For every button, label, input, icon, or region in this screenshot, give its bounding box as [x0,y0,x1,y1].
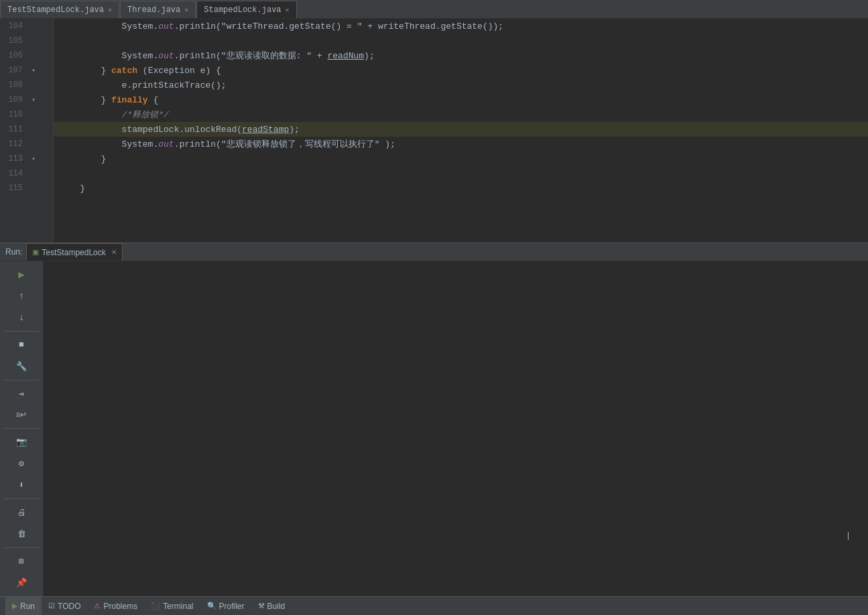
code-line-114 [54,166,868,181]
tab-close-icon[interactable]: ✕ [108,6,112,14]
gutter-row-106: 106 [0,48,53,63]
scroll-up-button[interactable]: ↑ [12,287,31,305]
profiler-icon: 🔍 [207,602,216,610]
code-token: } catch (Exception e) { [59,66,221,76]
fold-icon-107[interactable]: ▾ [28,66,39,74]
line-num-115: 115 [0,184,28,193]
run-label: Run: [5,247,22,257]
code-line-108: e.printStackTrace(); [54,78,868,92]
code-token: System.out.println("writeThread.getState… [59,21,503,31]
status-terminal-label: Terminal [163,602,193,611]
line-num-106: 106 [0,51,28,60]
code-token: /*释放锁*/ [59,109,169,121]
code-lines: System.out.println("writeThread.getState… [54,19,868,196]
gutter-row-111: 111 [0,122,53,137]
line-num-111: 111 [0,125,28,134]
run-tab-label: TestStampedLock [42,248,105,257]
status-profiler-label: Profiler [219,602,245,611]
tab-teststampedlock[interactable]: TestStampedLock.java ✕ [0,1,119,18]
toolbar-divider-5 [4,547,38,548]
scroll-down-button[interactable]: ↓ [12,308,31,327]
status-run-tab[interactable]: ▶ Run [5,597,42,616]
todo-icon: ☑ [48,602,55,610]
line-num-107: 107 [0,66,28,75]
code-token: } [59,154,106,164]
code-line-113: } [54,151,868,166]
gutter-row-113: 113 ▾ [0,151,53,166]
run-tab-close-icon[interactable]: ✕ [111,249,117,256]
line-num-110: 110 [0,110,28,119]
code-token: System.out.println("悲观读锁释放锁了，写线程可以执行了" )… [59,138,395,150]
gutter-row-114: 114 [0,166,53,181]
terminal-icon: ⬛ [151,602,160,610]
status-bar: ▶ Run ☑ TODO ⚠ Problems ⬛ Terminal 🔍 Pro… [0,596,868,615]
status-terminal-tab[interactable]: ⬛ Terminal [144,597,200,616]
cursor-position: | [847,531,849,540]
code-line-109: } finally { [54,92,868,107]
run-panel-body: ▶ ↑ ↓ ■ 🔧 ⇥ ≡↵ 📷 ⚙ ⬇ 🖨 🗑 ⊞ 📌 [0,261,868,596]
status-todo-tab[interactable]: ☑ TODO [42,597,87,616]
code-line-110: /*释放锁*/ [54,107,868,122]
code-token: } finally { [59,95,158,105]
fold-icon-113[interactable]: ▾ [28,155,39,163]
toolbar-divider-2 [4,380,38,381]
tab-stampedlock[interactable]: StampedLock.java ✕ [196,1,296,18]
code-token: stampedLock.unlockRead(readStamp); [59,125,300,135]
code-line-111: stampedLock.unlockRead(readStamp); [54,122,868,137]
gutter-row-104: 104 [0,19,53,33]
import-button[interactable]: ⬇ [12,476,31,494]
wrench-button[interactable]: 🔧 [12,357,31,376]
status-build-tab[interactable]: ⚒ Build [251,597,292,616]
gutter-row-110: 110 [0,107,53,122]
tab-close-icon[interactable]: ✕ [184,6,188,14]
run-tab-icon: ▣ [32,248,39,257]
print-button[interactable]: 🖨 [12,503,31,522]
code-token: } [59,184,85,194]
gutter-row-105: 105 [0,33,53,48]
build-icon: ⚒ [258,602,265,610]
status-run-label: Run [20,602,35,611]
toolbar-divider-4 [4,498,38,499]
run-tab-teststampedlock[interactable]: ▣ TestStampedLock ✕ [26,243,122,261]
status-problems-tab[interactable]: ⚠ Problems [87,597,144,616]
run-panel-header: Run: ▣ TestStampedLock ✕ [0,243,868,261]
editor-area: 104 105 106 107 ▾ 108 109 ▾ 110 111 [0,19,868,243]
fold-icon-109[interactable]: ▾ [28,96,39,104]
tab-thread[interactable]: Thread.java ✕ [120,1,196,18]
status-profiler-tab[interactable]: 🔍 Profiler [200,597,251,616]
layout-button[interactable]: ⊞ [12,552,31,571]
gutter-row-112: 112 [0,137,53,151]
code-line-104: System.out.println("writeThread.getState… [54,19,868,33]
line-num-109: 109 [0,95,28,105]
code-line-112: System.out.println("悲观读锁释放锁了，写线程可以执行了" )… [54,137,868,151]
code-editor[interactable]: System.out.println("writeThread.getState… [54,19,868,243]
gutter-row-115: 115 [0,181,53,196]
code-line-107: } catch (Exception e) { [54,63,868,78]
status-todo-label: TODO [58,602,80,611]
pin-button[interactable]: 📌 [12,573,31,592]
gutter-row-109: 109 ▾ [0,92,53,107]
toolbar-divider-1 [4,331,38,332]
run-button[interactable]: ▶ [12,265,31,284]
status-build-label: Build [267,602,286,611]
stop-button[interactable]: ■ [12,336,31,354]
tab-label: StampedLock.java [204,5,281,15]
line-num-114: 114 [0,169,28,178]
line-num-113: 113 [0,154,28,163]
soft-wrap-button[interactable]: ≡↵ [12,406,31,425]
run-output: | [44,261,868,596]
scroll-to-end-button[interactable]: ⇥ [12,385,31,403]
tab-label: TestStampedLock.java [7,5,104,15]
tab-label: Thread.java [127,5,180,15]
tab-close-icon[interactable]: ✕ [286,6,290,14]
code-line-115: } [54,181,868,196]
line-gutter: 104 105 106 107 ▾ 108 109 ▾ 110 111 [0,19,54,243]
line-num-112: 112 [0,139,28,149]
camera-button[interactable]: 📷 [12,433,31,452]
line-num-108: 108 [0,80,28,90]
code-line-106: System.out.println("悲观读读取的数据: " + readNu… [54,48,868,63]
clear-button[interactable]: 🗑 [12,525,31,543]
settings-button[interactable]: ⚙ [12,454,31,473]
code-token: e.printStackTrace(); [59,80,227,90]
gutter-row-108: 108 [0,78,53,92]
